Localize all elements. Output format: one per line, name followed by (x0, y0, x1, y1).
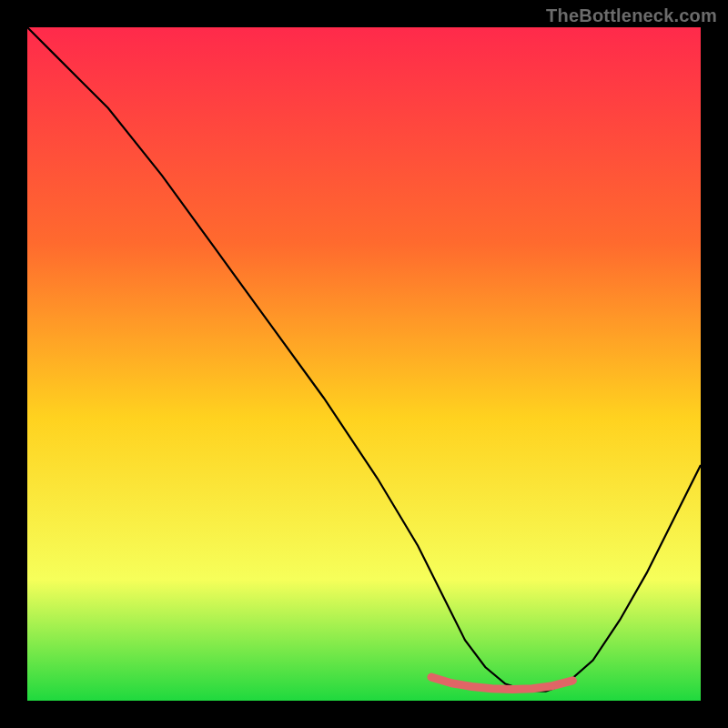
watermark-text: TheBottleneck.com (546, 5, 717, 26)
chart-container: TheBottleneck.com (0, 0, 728, 728)
plot-area (27, 27, 701, 701)
gradient-background (27, 27, 701, 701)
chart-svg (27, 27, 701, 701)
